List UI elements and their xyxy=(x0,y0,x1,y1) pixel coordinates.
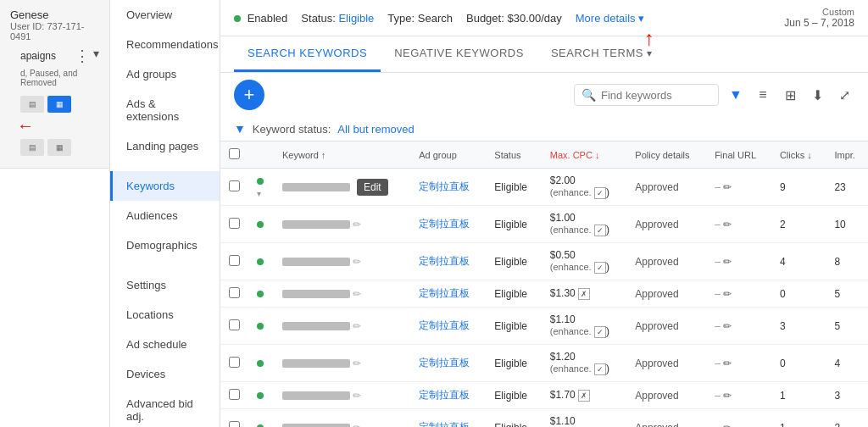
more-options-icon[interactable]: ⋮ xyxy=(75,47,90,65)
header-clicks[interactable]: Clicks ↓ xyxy=(771,141,826,169)
add-button[interactable]: + xyxy=(234,80,264,110)
edit-pencil-icon[interactable]: ✏ xyxy=(350,422,361,428)
keyword-cell: ✏ xyxy=(274,409,410,428)
nav-item-settings[interactable]: Settings xyxy=(110,270,220,300)
nav-item-overview[interactable]: Overview xyxy=(110,0,220,30)
edit-url-icon[interactable]: ✏ xyxy=(723,320,732,332)
edit-url-icon[interactable]: ✏ xyxy=(723,256,732,268)
cpc-icon: ✗ xyxy=(578,288,590,300)
select-all-checkbox[interactable] xyxy=(229,148,240,159)
edit-pencil-icon[interactable]: ✏ xyxy=(350,320,361,332)
header-maxcpc[interactable]: Max. CPC ↓ xyxy=(542,141,627,169)
row-checkbox[interactable] xyxy=(229,357,240,368)
edit-url-icon[interactable]: ✏ xyxy=(723,288,732,300)
row-checkbox[interactable] xyxy=(229,287,240,298)
nav-item-locations[interactable]: Locations xyxy=(110,300,220,330)
max-cpc-cell: $0.50(enhance. ✓) xyxy=(542,243,627,280)
columns-icon[interactable]: ≡ xyxy=(753,85,773,105)
view-icon-3[interactable]: ▤ xyxy=(20,139,44,156)
header-impr[interactable]: Impr. xyxy=(826,141,868,169)
nav-item-landing-pages[interactable]: Landing pages xyxy=(110,131,220,161)
nav-item-advanced-bid-adj-[interactable]: Advanced bid adj. xyxy=(110,389,220,427)
nav-item-recommendations[interactable]: Recommendations xyxy=(110,30,220,59)
edit-pencil-icon[interactable]: ✏ xyxy=(350,288,361,300)
view-icon-4[interactable]: ▦ xyxy=(47,139,71,156)
row-checkbox[interactable] xyxy=(229,319,240,330)
edit-url-icon[interactable]: ✏ xyxy=(723,422,732,428)
nav-item-ads---extensions[interactable]: Ads & extensions xyxy=(110,89,220,131)
keyword-blurred xyxy=(282,424,350,427)
nav-item-ad-groups[interactable]: Ad groups xyxy=(110,59,220,89)
header-policy[interactable]: Policy details xyxy=(626,141,706,169)
header-status xyxy=(248,141,274,169)
edit-url-icon[interactable]: ✏ xyxy=(723,181,732,193)
keyword-blurred xyxy=(282,391,350,400)
edit-tooltip[interactable]: Edit xyxy=(357,179,388,196)
dropdown-icon[interactable]: ▾ xyxy=(93,47,99,65)
header-status[interactable]: Status xyxy=(486,141,541,169)
nav-item-audiences[interactable]: Audiences xyxy=(110,201,220,230)
keywords-table: Keyword ↑ Ad group Status Max. CPC ↓ Pol… xyxy=(220,141,868,427)
ad-group-link[interactable]: 定制拉直板 xyxy=(419,421,470,427)
segment-icon[interactable]: ⊞ xyxy=(780,85,800,105)
keyword-blurred xyxy=(282,359,350,368)
nav-item-devices[interactable]: Devices xyxy=(110,359,220,389)
row-checkbox[interactable] xyxy=(229,180,240,191)
dash: – xyxy=(715,390,721,402)
expand-icon[interactable]: ⤢ xyxy=(834,85,854,105)
date-range[interactable]: Custom Jun 5 – 7, 2018 xyxy=(784,7,854,29)
edit-pencil-icon[interactable]: ✏ xyxy=(350,219,361,230)
nav-item-demographics[interactable]: Demographics xyxy=(110,230,220,260)
ad-group-link[interactable]: 定制拉直板 xyxy=(419,389,470,401)
search-box[interactable]: 🔍 xyxy=(574,84,719,106)
view-icon-1[interactable]: ▤ xyxy=(20,96,44,113)
final-url-cell: – ✏ xyxy=(706,243,771,280)
table-row: ✏定制拉直板Eligible$1.00(enhance. ✓)Approved–… xyxy=(220,206,868,243)
edit-url-icon[interactable]: ✏ xyxy=(723,358,732,369)
ad-group-link[interactable]: 定制拉直板 xyxy=(419,218,470,230)
ad-group-link[interactable]: 定制拉直板 xyxy=(419,287,470,299)
ad-group-link[interactable]: 定制拉直板 xyxy=(419,357,470,369)
edit-url-icon[interactable]: ✏ xyxy=(723,390,732,402)
tab-negative-keywords[interactable]: NEGATIVE KEYWORDS xyxy=(381,36,537,72)
max-cpc-cell: $1.10(enhance. ✓) xyxy=(542,308,627,345)
row-dropdown[interactable]: ▾ xyxy=(257,189,261,198)
max-cpc-cell: $1.30 ✗ xyxy=(542,280,627,308)
keyword-blurred xyxy=(282,183,350,191)
edit-url-icon[interactable]: ✏ xyxy=(723,219,732,230)
impressions-cell: 5 xyxy=(826,308,868,345)
filter-value[interactable]: All but removed xyxy=(337,123,414,136)
edit-pencil-icon[interactable]: ✏ xyxy=(350,390,361,402)
view-icons: ▤ ▦ xyxy=(10,92,99,116)
nav-item-ad-schedule[interactable]: Ad schedule xyxy=(110,330,220,359)
header-adgroup[interactable]: Ad group xyxy=(410,141,486,169)
edit-pencil-icon[interactable]: ✏ xyxy=(350,358,361,369)
row-checkbox[interactable] xyxy=(229,389,240,400)
tab-search-keywords[interactable]: SEARCH KEYWORDS xyxy=(234,36,381,72)
ad-group-link[interactable]: 定制拉直板 xyxy=(419,255,470,267)
row-status: Eligible xyxy=(486,409,541,428)
keyword-cell: ✏ xyxy=(274,382,410,409)
table-row: ✏定制拉直板Eligible$1.70 ✗Approved– ✏13 xyxy=(220,382,868,409)
search-input[interactable] xyxy=(601,89,711,102)
row-checkbox[interactable] xyxy=(229,421,240,428)
row-checkbox[interactable] xyxy=(229,218,240,229)
row-checkbox[interactable] xyxy=(229,255,240,266)
view-icon-2[interactable]: ▦ xyxy=(47,96,71,113)
more-details-button[interactable]: More details ▾ xyxy=(576,12,644,25)
nav-item-keywords[interactable]: Keywords xyxy=(110,171,220,201)
paused-label: d, Paused, and Removed xyxy=(10,67,99,92)
budget-item: Budget: $30.00/day xyxy=(466,12,562,25)
keyword-cell: ✏ xyxy=(274,280,410,308)
filter-icon[interactable]: ▼ xyxy=(726,85,746,105)
header-keyword[interactable]: Keyword ↑ xyxy=(274,141,410,169)
table-row: ✏定制拉直板Eligible$1.10(enhance. ✓)Approved–… xyxy=(220,409,868,428)
ad-group-link[interactable]: 定制拉直板 xyxy=(419,180,470,192)
download-icon[interactable]: ⬇ xyxy=(807,85,827,105)
chevron-down-icon: ▾ xyxy=(638,12,644,25)
policy-cell: Approved xyxy=(626,280,706,308)
impressions-cell: 5 xyxy=(826,280,868,308)
ad-group-link[interactable]: 定制拉直板 xyxy=(419,319,470,331)
edit-pencil-icon[interactable]: ✏ xyxy=(350,256,361,268)
header-finalurl[interactable]: Final URL xyxy=(706,141,771,169)
